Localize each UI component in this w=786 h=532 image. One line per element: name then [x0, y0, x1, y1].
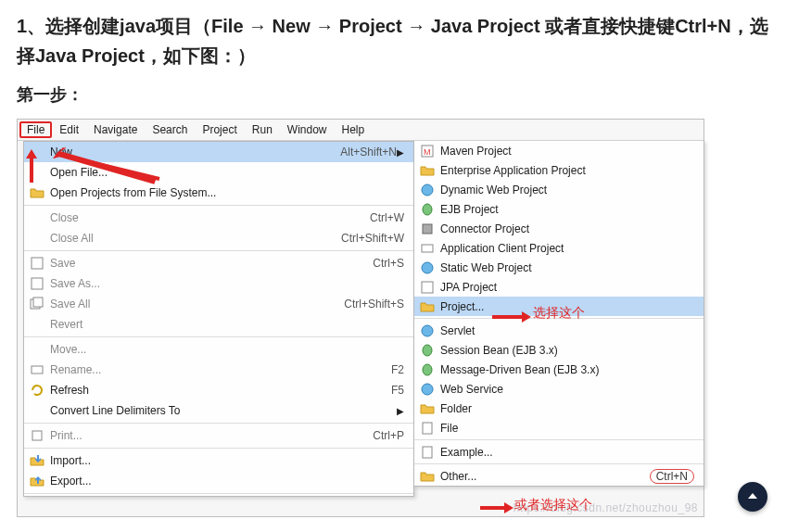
- screenshot-area: File Edit Navigate Search Project Run Wi…: [17, 119, 704, 517]
- svg-rect-19: [423, 447, 432, 458]
- new-maven-project[interactable]: M Maven Project: [414, 141, 704, 160]
- svg-point-17: [422, 384, 433, 395]
- menu-file[interactable]: File: [19, 121, 52, 138]
- refresh-icon: [30, 383, 44, 398]
- save-icon: [30, 256, 44, 271]
- page-heading: 1、选择创建java项目（File → New → Project → Java…: [17, 11, 769, 70]
- save-all-icon: [30, 297, 44, 311]
- file-export[interactable]: Export...: [24, 471, 413, 491]
- file-close-all[interactable]: Close All Ctrl+Shift+W: [24, 228, 413, 248]
- svg-line-20: [60, 155, 159, 179]
- bean-icon: [420, 202, 435, 217]
- new-file[interactable]: File: [414, 418, 704, 437]
- wizard-icon: [420, 469, 435, 484]
- new-app-client-project[interactable]: Application Client Project: [414, 238, 704, 258]
- menu-navigate[interactable]: Navigate: [86, 121, 145, 138]
- svg-rect-4: [32, 366, 43, 374]
- svg-point-16: [423, 364, 432, 375]
- file-print[interactable]: Print... Ctrl+P: [24, 425, 413, 446]
- svg-point-8: [422, 184, 433, 196]
- new-message-driven-bean[interactable]: Message-Driven Bean (EJB 3.x): [414, 360, 704, 379]
- scroll-top-button[interactable]: [738, 482, 767, 512]
- file-save-all[interactable]: Save All Ctrl+Shift+S: [24, 294, 413, 314]
- web-service-icon: [420, 382, 435, 397]
- new-servlet[interactable]: Servlet: [414, 321, 704, 340]
- svg-rect-3: [33, 298, 43, 307]
- new-static-web-project[interactable]: Static Web Project: [414, 258, 704, 277]
- import-icon: [30, 453, 44, 468]
- new-web-service[interactable]: Web Service: [414, 379, 704, 399]
- file-icon: [420, 421, 435, 436]
- new-dynamic-web-project[interactable]: Dynamic Web Project: [414, 180, 704, 199]
- annotation-choose-this: 选择这个: [533, 305, 585, 322]
- file-close[interactable]: Close Ctrl+W: [24, 208, 413, 228]
- bean-icon: [420, 362, 435, 377]
- new-other-shortcut: Ctrl+N: [650, 469, 694, 484]
- file-dropdown: New Alt+Shift+N ▶ Open File... Open Proj…: [23, 141, 414, 497]
- chevron-up-icon: [746, 490, 759, 503]
- svg-point-14: [422, 325, 433, 336]
- annotation-arrow-project-icon: [490, 310, 531, 324]
- menu-project[interactable]: Project: [195, 121, 244, 138]
- file-move[interactable]: Move...: [24, 339, 413, 360]
- connector-icon: [420, 222, 435, 236]
- export-icon: [30, 474, 44, 488]
- menu-search[interactable]: Search: [145, 121, 195, 138]
- maven-icon: M: [420, 144, 435, 158]
- file-revert[interactable]: Revert: [24, 314, 413, 335]
- new-connector-project[interactable]: Connector Project: [414, 219, 704, 238]
- print-icon: [30, 428, 44, 443]
- file-save-as[interactable]: Save As...: [24, 273, 413, 294]
- menu-run[interactable]: Run: [245, 121, 280, 138]
- svg-text:M: M: [424, 147, 431, 157]
- new-session-bean[interactable]: Session Bean (EJB 3.x): [414, 340, 704, 360]
- annotation-arrow-other-icon: [478, 501, 513, 514]
- globe-icon: [420, 260, 435, 275]
- menu-help[interactable]: Help: [335, 121, 373, 138]
- file-rename[interactable]: Rename... F2: [24, 360, 413, 380]
- new-enterprise-app-project[interactable]: Enterprise Application Project: [414, 160, 704, 180]
- file-import[interactable]: Import...: [24, 450, 413, 471]
- submenu-arrow-icon: ▶: [397, 147, 404, 158]
- svg-point-9: [423, 204, 432, 215]
- annotation-arrow-new-icon: [53, 147, 164, 184]
- svg-rect-1: [32, 278, 43, 289]
- ear-icon: [420, 163, 435, 178]
- file-open-projects[interactable]: Open Projects from File System...: [24, 183, 413, 203]
- svg-rect-13: [422, 282, 433, 293]
- menu-window[interactable]: Window: [280, 121, 335, 138]
- annotation-arrow-file-icon: [23, 147, 40, 184]
- project-icon: [420, 299, 435, 314]
- new-folder[interactable]: Folder: [414, 399, 704, 418]
- annotation-or-choose-this: 或者选择这个: [514, 497, 592, 513]
- jpa-icon: [420, 280, 435, 295]
- submenu-arrow-icon: ▶: [397, 406, 404, 416]
- servlet-icon: [420, 323, 435, 338]
- new-ejb-project[interactable]: EJB Project: [414, 199, 704, 219]
- file-refresh[interactable]: Refresh F5: [24, 380, 413, 400]
- menubar: File Edit Navigate Search Project Run Wi…: [18, 120, 704, 141]
- globe-icon: [420, 183, 435, 197]
- svg-rect-10: [423, 224, 432, 234]
- example-icon: [420, 445, 435, 460]
- file-save[interactable]: Save Ctrl+S: [24, 253, 413, 273]
- menu-edit[interactable]: Edit: [52, 121, 86, 138]
- bean-icon: [420, 343, 435, 358]
- step-label: 第一步：: [17, 83, 769, 106]
- svg-point-12: [422, 262, 433, 273]
- new-jpa-project[interactable]: JPA Project: [414, 277, 704, 297]
- svg-rect-0: [32, 258, 43, 269]
- svg-rect-11: [422, 245, 433, 252]
- file-convert-delimiters[interactable]: Convert Line Delimiters To ▶: [24, 400, 413, 421]
- rename-icon: [30, 362, 44, 377]
- save-as-icon: [30, 276, 44, 291]
- new-example[interactable]: Example...: [414, 442, 704, 462]
- svg-point-15: [423, 345, 432, 356]
- client-icon: [420, 241, 435, 256]
- file-new-shortcut: Alt+Shift+N: [331, 146, 397, 158]
- folder-icon: [420, 401, 435, 416]
- folder-icon: [30, 185, 44, 200]
- svg-rect-5: [32, 431, 42, 440]
- new-other[interactable]: Other... Ctrl+N: [414, 466, 704, 486]
- svg-rect-18: [423, 423, 432, 434]
